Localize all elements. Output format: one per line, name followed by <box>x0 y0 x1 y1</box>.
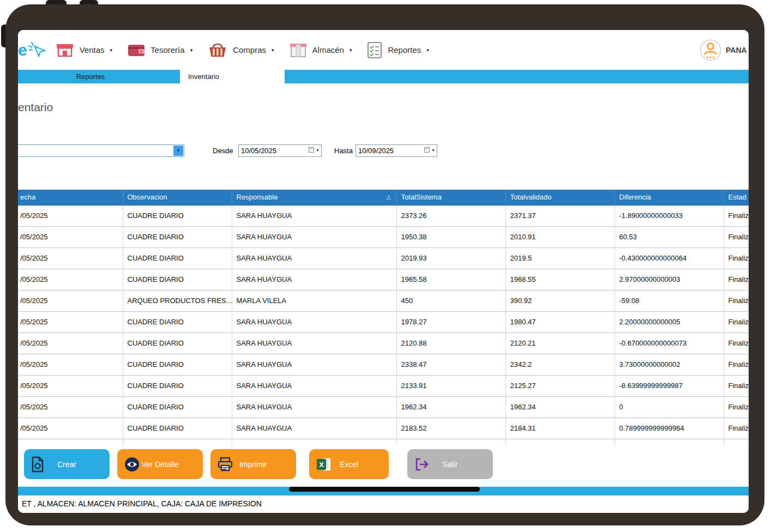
menu-label: Almacén <box>312 45 344 55</box>
basket-icon <box>207 41 228 59</box>
cell-total_sistema: 2183.52 <box>396 418 505 439</box>
button-label: Ver Detalle <box>141 460 178 469</box>
menu-label: Tesorería <box>150 45 185 55</box>
menu-compras[interactable]: Compras ▾ <box>207 41 274 59</box>
inventory-grid: echa Observacion Responsable △ TotalSist… <box>18 190 749 446</box>
cell-total_validado: 2019.5 <box>505 247 615 269</box>
cell-estado: Finaliz <box>724 311 749 332</box>
cell-observacion: CUADRE DIARIO <box>123 311 232 332</box>
menu-almacen[interactable]: Almacén ▾ <box>288 41 352 59</box>
cell-estado: Finaliz <box>724 375 749 396</box>
cell-diferencia <box>615 439 724 446</box>
hasta-input[interactable] <box>358 146 413 155</box>
column-header-observacion[interactable]: Observacion <box>123 190 232 205</box>
cell-total_validado: 2010.91 <box>505 226 615 247</box>
user-account[interactable]: ★★★ PANA <box>700 30 747 70</box>
cell-responsable: SARA HUAYGUA <box>232 332 396 354</box>
user-avatar-icon: ★★★ <box>700 39 721 61</box>
cell-total_validado: 2371.37 <box>505 205 615 226</box>
cell-responsable: MARLA VILELA <box>232 290 396 311</box>
cell-diferencia: -0.670000000000073 <box>615 332 724 354</box>
chevron-down-icon: ▾ <box>190 47 193 53</box>
table-row[interactable]: /05/2025CUADRE DIARIOSARA HUAYGUA2133.91… <box>18 375 749 396</box>
table-row[interactable]: /05/2025CUADRE DIARIOSARA HUAYGUA2120.88… <box>18 332 749 354</box>
filter-combobox-input[interactable] <box>18 146 171 156</box>
button-label: Imprimir <box>239 460 267 469</box>
app-logo[interactable]: e <box>18 40 47 60</box>
page: e <box>0 0 771 532</box>
chevron-down-icon: ▾ <box>350 47 352 53</box>
package-icon <box>288 41 308 59</box>
table-row[interactable]: /05/2025CUADRE DIARIOSARA HUAYGUA1962.34… <box>18 396 749 418</box>
cell-total_sistema: 2019.93 <box>396 247 505 269</box>
chevron-down-icon: ▾ <box>272 47 274 53</box>
cell-observacion: CUADRE DIARIO <box>123 205 232 226</box>
table-row[interactable]: /05/2025CUADRE DIARIOSARA HUAYGUA1978.27… <box>18 311 749 332</box>
cell-total_sistema: 1950.38 <box>396 226 505 247</box>
screen: e <box>18 30 749 513</box>
menu-reportes[interactable]: Reportes ▾ <box>366 41 429 59</box>
table-row[interactable]: /05/2025ARQUEO PRODUCTOS FRES...MARLA VI… <box>18 290 749 311</box>
hasta-label: Hasta <box>334 147 353 155</box>
cell-fecha: /05/2025 <box>18 269 123 290</box>
button-label: Crear <box>57 460 76 469</box>
column-header-estado[interactable]: Estad <box>724 190 749 205</box>
cell-fecha: /05/2025 <box>18 396 123 418</box>
table-row[interactable]: /05/2025CUADRE DIARIOSARA HUAYGUA1950.38… <box>18 226 749 247</box>
table-row[interactable]: /05/2025CUADRE DIARIOSARA HUAYGUA2183.52… <box>18 418 749 439</box>
calendar-dropdown-icon[interactable]: ▼ <box>309 147 320 153</box>
cell-observacion: CUADRE DIARIO <box>123 375 232 396</box>
table-row[interactable]: /05/2025CUADRE DIARIOSARA HUAYGUA2019.93… <box>18 247 749 269</box>
cell-responsable: SARA HUAYGUA <box>232 418 396 439</box>
cell-diferencia: 2.97000000000003 <box>615 269 724 290</box>
crear-button[interactable]: Crear <box>24 449 110 479</box>
menu-ventas[interactable]: Ventas ▾ <box>55 41 112 59</box>
cell-fecha: /05/2025 <box>18 418 123 439</box>
salir-button[interactable]: Salir <box>407 449 493 479</box>
cell-total_validado <box>505 439 615 446</box>
column-header-fecha[interactable]: echa <box>18 190 123 205</box>
table-row[interactable] <box>18 439 749 446</box>
table-row[interactable]: /05/2025CUADRE DIARIOSARA HUAYGUA2338.47… <box>18 354 749 375</box>
cell-fecha: /05/2025 <box>18 290 123 311</box>
column-header-totalsistema[interactable]: TotalSistema <box>396 190 505 205</box>
action-bar: Crear Ver Detalle <box>18 449 749 479</box>
home-indicator[interactable] <box>289 487 480 492</box>
cell-total_sistema: 2133.91 <box>396 375 505 396</box>
user-name: PANA <box>726 46 747 55</box>
calendar-dropdown-icon[interactable]: ▼ <box>424 147 435 153</box>
svg-text:X: X <box>319 461 324 469</box>
exit-icon <box>414 457 430 472</box>
chevron-down-icon: ▾ <box>110 47 113 53</box>
cell-estado: Finaliz <box>724 396 749 418</box>
menu-tesoreria[interactable]: Tesorería ▾ <box>127 41 192 59</box>
tab-inventario[interactable]: Inventario <box>180 70 285 83</box>
cell-diferencia: -59.08 <box>615 290 724 311</box>
table-row[interactable]: /05/2025CUADRE DIARIOSARA HUAYGUA2373.26… <box>18 205 749 226</box>
cell-responsable: SARA HUAYGUA <box>232 354 396 375</box>
column-header-responsable[interactable]: Responsable △ <box>232 190 396 205</box>
cell-diferencia: -8.63999999999987 <box>615 375 724 396</box>
cell-fecha: /05/2025 <box>18 205 123 226</box>
app-canvas: e <box>18 30 749 513</box>
column-header-diferencia[interactable]: Diferencia <box>615 190 724 205</box>
cell-responsable: SARA HUAYGUA <box>232 311 396 332</box>
cell-fecha: /05/2025 <box>18 375 123 396</box>
combobox-dropdown-icon[interactable]: ▼ <box>173 146 183 156</box>
cell-total_sistema: 2120.88 <box>396 332 505 354</box>
cell-responsable <box>232 439 396 446</box>
table-row[interactable]: /05/2025CUADRE DIARIOSARA HUAYGUA1965.58… <box>18 269 749 290</box>
status-text: ET , ALMACEN: ALMACEN PRINCIPAL, CAJA: C… <box>22 499 262 508</box>
menu-label: Ventas <box>80 45 105 55</box>
cell-total_sistema: 2338.47 <box>396 354 505 375</box>
cell-estado: Finaliz <box>724 269 749 290</box>
excel-button[interactable]: X Excel <box>309 449 389 479</box>
column-header-totalvalidado[interactable]: Totalvalidado <box>505 190 615 205</box>
tab-reportes[interactable]: Reportes <box>39 70 142 83</box>
cell-total_validado: 1968.55 <box>505 269 615 290</box>
imprimir-button[interactable]: Imprimir <box>210 449 296 479</box>
ver-detalle-button[interactable]: Ver Detalle <box>117 449 203 479</box>
desde-input[interactable] <box>241 146 296 155</box>
wallet-icon <box>127 41 146 59</box>
cell-responsable: SARA HUAYGUA <box>232 205 396 226</box>
